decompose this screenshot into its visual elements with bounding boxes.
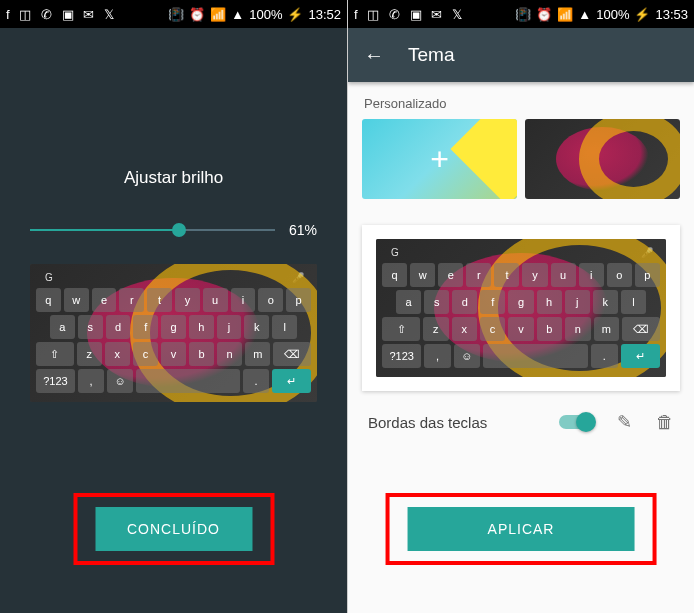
status-bar: f ◫ ✆ ▣ ✉ 𝕏 📳 ⏰ 📶 ▲ 100% ⚡ 13:53 [348, 0, 694, 28]
battery-text: 100% [249, 7, 282, 22]
letter-key-t: t [147, 288, 172, 312]
letter-key-p: p [635, 263, 660, 287]
section-label-custom: Personalizado [348, 82, 694, 119]
google-icon: G [386, 245, 404, 259]
letter-key-f: f [480, 290, 505, 314]
slider-fill [30, 229, 179, 231]
letter-key-p: p [286, 288, 311, 312]
brightness-section: Ajustar brilho 61% G 🎤 qwertyuiop asdfgh… [0, 28, 347, 402]
outlook-icon: ✉ [83, 7, 94, 22]
edit-icon[interactable]: ✎ [617, 411, 632, 433]
brightness-title: Ajustar brilho [0, 168, 347, 188]
done-button[interactable]: CONCLUÍDO [95, 507, 252, 551]
alarm-icon: ⏰ [189, 7, 205, 22]
charging-icon: ⚡ [634, 7, 650, 22]
period-key: . [243, 369, 269, 393]
letter-key-l: l [621, 290, 646, 314]
letter-key-o: o [607, 263, 632, 287]
letter-key-o: o [258, 288, 283, 312]
toggle-thumb [576, 412, 596, 432]
trello-icon: ◫ [367, 7, 379, 22]
letter-key-s: s [78, 315, 103, 339]
letter-key-g: g [161, 315, 186, 339]
custom-theme-thumbnail[interactable] [525, 119, 680, 199]
shift-key: ⇧ [382, 317, 420, 341]
letter-key-x: x [105, 342, 130, 366]
letter-key-i: i [231, 288, 256, 312]
back-arrow-icon[interactable]: ← [364, 44, 384, 67]
letter-key-c: c [133, 342, 158, 366]
letter-key-w: w [410, 263, 435, 287]
outlook-icon: ✉ [431, 7, 442, 22]
status-right-icons: 📳 ⏰ 📶 ▲ 100% ⚡ 13:52 [168, 7, 341, 22]
letter-key-z: z [77, 342, 102, 366]
letter-key-m: m [245, 342, 270, 366]
apply-button-container: APLICAR [386, 493, 657, 565]
delete-icon[interactable]: 🗑 [656, 412, 674, 433]
slider-thumb[interactable] [172, 223, 186, 237]
letter-key-i: i [579, 263, 604, 287]
clock-text: 13:52 [308, 7, 341, 22]
letter-key-k: k [244, 315, 269, 339]
letter-key-r: r [119, 288, 144, 312]
trello-icon: ◫ [19, 7, 31, 22]
whatsapp-icon: ✆ [389, 7, 400, 22]
keyboard-row-2: asdfghjkl [36, 315, 311, 339]
keyboard-preview: G 🎤 qwertyuiop asdfghjkl ⇧ zxcvbnm ⌫ ?12… [376, 239, 666, 377]
gallery-icon: ▣ [62, 7, 74, 22]
key-borders-toggle[interactable] [559, 415, 593, 429]
brightness-adjust-screen: f ◫ ✆ ▣ ✉ 𝕏 📳 ⏰ 📶 ▲ 100% ⚡ 13:52 Ajustar… [0, 0, 347, 613]
letter-key-e: e [438, 263, 463, 287]
vibrate-icon: 📳 [168, 7, 184, 22]
app-bar: ← Tema [348, 28, 694, 82]
plus-icon: + [430, 141, 449, 178]
keyboard-row-4: ?123 , ☺ . ↵ [36, 369, 311, 393]
facebook-icon: f [6, 7, 10, 22]
charging-icon: ⚡ [287, 7, 303, 22]
letter-key-y: y [522, 263, 547, 287]
letter-key-q: q [382, 263, 407, 287]
letter-key-b: b [537, 317, 562, 341]
keyboard-background: G 🎤 qwertyuiop asdfghjkl ⇧ zxcvbnm ⌫ ?12… [376, 239, 666, 377]
thumbnail-bg [525, 119, 680, 199]
theme-grid: + [348, 119, 694, 199]
keyboard-row-1: qwertyuiop [382, 263, 660, 287]
letter-key-n: n [217, 342, 242, 366]
keyboard-row-1: qwertyuiop [36, 288, 311, 312]
letter-key-d: d [106, 315, 131, 339]
brightness-slider[interactable] [30, 218, 275, 242]
letter-key-e: e [92, 288, 117, 312]
facebook-icon: f [354, 7, 358, 22]
done-button-container: CONCLUÍDO [73, 493, 274, 565]
signal-icon: ▲ [578, 7, 591, 22]
letter-key-x: x [452, 317, 477, 341]
keyboard-row-3: ⇧ zxcvbnm ⌫ [382, 317, 660, 341]
vibrate-icon: 📳 [515, 7, 531, 22]
twitter-icon: 𝕏 [452, 7, 462, 22]
letter-key-q: q [36, 288, 61, 312]
signal-icon: ▲ [231, 7, 244, 22]
google-icon: G [40, 270, 58, 284]
space-key [483, 344, 588, 368]
symbols-key: ?123 [36, 369, 75, 393]
comma-key: , [424, 344, 450, 368]
theme-settings-screen: f ◫ ✆ ▣ ✉ 𝕏 📳 ⏰ 📶 ▲ 100% ⚡ 13:53 ← Tema … [347, 0, 694, 613]
wifi-icon: 📶 [557, 7, 573, 22]
add-theme-card[interactable]: + [362, 119, 517, 199]
keyboard-preview: G 🎤 qwertyuiop asdfghjkl ⇧ zxcvbnm ⌫ ?12… [30, 264, 317, 402]
battery-text: 100% [596, 7, 629, 22]
keyboard-row-4: ?123 , ☺ . ↵ [382, 344, 660, 368]
letter-key-v: v [161, 342, 186, 366]
emoji-key: ☺ [107, 369, 133, 393]
gallery-icon: ▣ [410, 7, 422, 22]
enter-key: ↵ [621, 344, 660, 368]
comma-key: , [78, 369, 104, 393]
clock-text: 13:53 [655, 7, 688, 22]
status-bar: f ◫ ✆ ▣ ✉ 𝕏 📳 ⏰ 📶 ▲ 100% ⚡ 13:52 [0, 0, 347, 28]
theme-controls-row: Bordas das teclas ✎ 🗑 [348, 391, 694, 443]
brightness-slider-row: 61% [0, 218, 347, 242]
apply-button[interactable]: APLICAR [408, 507, 635, 551]
whatsapp-icon: ✆ [41, 7, 52, 22]
letter-key-w: w [64, 288, 89, 312]
emoji-key: ☺ [454, 344, 480, 368]
